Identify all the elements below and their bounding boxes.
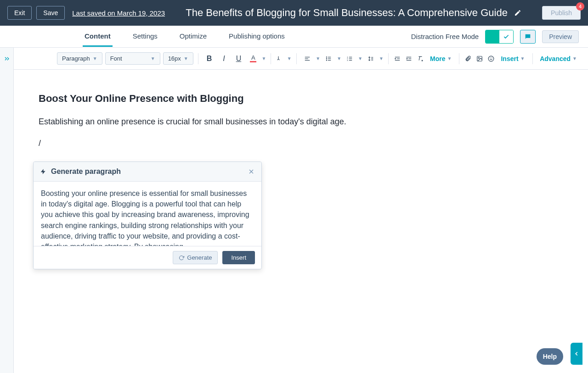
- left-gutter: [0, 70, 14, 373]
- toolbar-right: Advanced ▼: [537, 53, 580, 64]
- advanced-dropdown[interactable]: Advanced ▼: [537, 53, 580, 64]
- tabs: Content Settings Optimize Publishing opt…: [83, 27, 287, 47]
- tab-optimize[interactable]: Optimize: [178, 27, 209, 47]
- top-header: Exit Save Last saved on March 19, 2023 T…: [0, 0, 588, 26]
- lightning-icon: [40, 168, 46, 175]
- toggle-on[interactable]: [486, 30, 499, 43]
- publish-button[interactable]: Publish: [542, 6, 581, 20]
- separator: [532, 53, 533, 64]
- svg-point-3: [327, 56, 327, 57]
- svg-point-5: [327, 58, 327, 59]
- svg-text:3: 3: [347, 59, 348, 61]
- attachment-button[interactable]: [464, 52, 473, 65]
- expand-sidebar-icon[interactable]: [0, 48, 14, 70]
- editor-paragraph[interactable]: Establishing an online presence is cruci…: [39, 116, 565, 128]
- help-button[interactable]: Help: [537, 348, 563, 365]
- editor[interactable]: Boost Your Online Presence with Blogging…: [14, 70, 588, 373]
- slash-command[interactable]: /: [39, 137, 565, 150]
- font-label: Font: [110, 55, 122, 62]
- svg-point-29: [492, 57, 492, 58]
- image-button[interactable]: [475, 52, 484, 65]
- line-height-button[interactable]: [364, 52, 377, 65]
- svg-point-26: [478, 57, 479, 58]
- underline-button[interactable]: U: [232, 52, 245, 65]
- regenerate-button[interactable]: Generate: [173, 251, 218, 264]
- publish-badge: 4: [576, 2, 584, 11]
- last-saved-link[interactable]: Last saved on March 19, 2023: [72, 9, 165, 17]
- more-label: More: [430, 55, 445, 62]
- separator: [198, 53, 198, 64]
- chevron-down-icon: ▼: [151, 56, 155, 61]
- distraction-free-toggle[interactable]: [485, 30, 514, 44]
- indent-button[interactable]: [404, 52, 413, 65]
- bullet-list-button[interactable]: [322, 52, 335, 65]
- generate-popup-title: Generate paragraph: [51, 167, 243, 176]
- generate-popup-body: Boosting your online presence is essenti…: [34, 182, 261, 246]
- more-dropdown[interactable]: More ▼: [427, 53, 454, 64]
- separator: [459, 53, 459, 64]
- editor-heading[interactable]: Boost Your Online Presence with Blogging: [39, 93, 565, 105]
- generate-popup: Generate paragraph Boosting your online …: [33, 161, 262, 269]
- generate-popup-header: Generate paragraph: [34, 162, 261, 182]
- svg-point-7: [327, 60, 327, 60]
- chevron-down-icon[interactable]: ▼: [337, 56, 341, 61]
- tab-publishing[interactable]: Publishing options: [227, 27, 287, 47]
- clear-format-button[interactable]: [416, 52, 424, 65]
- insert-dropdown[interactable]: Insert ▼: [498, 53, 527, 64]
- editor-wrap: Boost Your Online Presence with Blogging…: [0, 70, 588, 373]
- svg-point-27: [488, 56, 494, 61]
- outdent-button[interactable]: [393, 52, 402, 65]
- insert-button[interactable]: Insert: [222, 251, 255, 264]
- sub-right: Distraction Free Mode Preview: [411, 30, 579, 44]
- bold-button[interactable]: B: [203, 52, 215, 65]
- post-title: The Benefits of Blogging for Small Busin…: [186, 7, 508, 19]
- paragraph-dropdown[interactable]: Paragraph▼: [57, 52, 102, 65]
- advanced-label: Advanced: [540, 55, 571, 62]
- tab-content[interactable]: Content: [83, 27, 113, 47]
- numbered-list-button[interactable]: 123: [343, 52, 356, 65]
- insert-label: Insert: [501, 55, 518, 62]
- chevron-down-icon[interactable]: ▼: [379, 56, 384, 61]
- toggle-off-check-icon[interactable]: [499, 30, 513, 43]
- toolbar: Paragraph▼ Font▼ 16px▼ B I U A ▼ ▼ ▼ ▼ 1…: [0, 48, 588, 70]
- generate-popup-footer: Generate Insert: [34, 246, 261, 269]
- post-title-wrap: The Benefits of Blogging for Small Busin…: [165, 7, 542, 19]
- text-style-group: B I U A ▼: [203, 52, 266, 65]
- separator: [296, 53, 297, 64]
- chevron-down-icon[interactable]: ▼: [358, 56, 362, 61]
- align-list-group: ▼ ▼ 123 ▼ ▼: [301, 52, 384, 65]
- chevron-down-icon[interactable]: ▼: [261, 56, 266, 61]
- chevron-down-icon: ▼: [93, 56, 97, 61]
- align-button[interactable]: [301, 52, 314, 65]
- svg-point-28: [490, 57, 491, 58]
- exit-button[interactable]: Exit: [7, 6, 32, 20]
- paragraph-label: Paragraph: [62, 55, 90, 62]
- italic-button[interactable]: I: [217, 52, 230, 65]
- separator: [271, 53, 271, 64]
- chevron-down-icon[interactable]: ▼: [287, 56, 292, 61]
- sub-nav: Content Settings Optimize Publishing opt…: [0, 26, 588, 48]
- edit-icon[interactable]: [514, 9, 521, 17]
- regenerate-label: Generate: [187, 254, 212, 261]
- preview-button[interactable]: Preview: [542, 30, 579, 43]
- save-button[interactable]: Save: [36, 6, 65, 20]
- comments-button[interactable]: [520, 30, 536, 44]
- chevron-down-icon: ▼: [184, 56, 188, 61]
- chevron-down-icon[interactable]: ▼: [316, 56, 320, 61]
- close-icon[interactable]: [248, 168, 255, 175]
- chevron-down-icon: ▼: [572, 56, 577, 61]
- distraction-free-label: Distraction Free Mode: [411, 33, 479, 40]
- size-dropdown[interactable]: 16px▼: [163, 52, 193, 65]
- chevron-down-icon: ▼: [520, 56, 525, 61]
- font-dropdown[interactable]: Font▼: [105, 52, 160, 65]
- chevron-down-icon: ▼: [447, 56, 452, 61]
- text-color-button[interactable]: A: [247, 52, 260, 65]
- emoji-button[interactable]: [487, 52, 496, 65]
- side-panel-toggle[interactable]: [571, 343, 582, 365]
- separator: [388, 53, 389, 64]
- publish-wrap: Publish 4: [542, 6, 581, 20]
- tab-settings[interactable]: Settings: [131, 27, 159, 47]
- size-label: 16px: [168, 55, 181, 62]
- highlight-button[interactable]: [276, 52, 284, 65]
